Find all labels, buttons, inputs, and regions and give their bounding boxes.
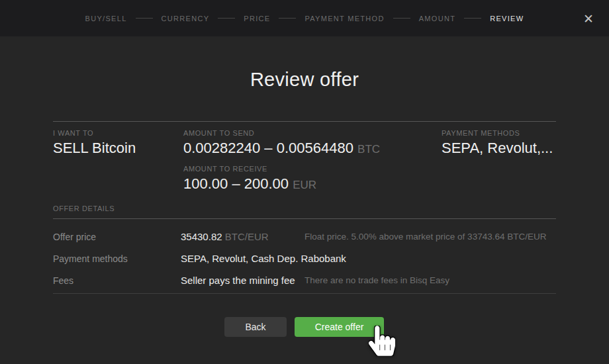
- step-payment-method[interactable]: PAYMENT METHOD: [304, 15, 384, 23]
- i-want-to-label: I WANT TO: [53, 129, 183, 137]
- offer-price-description: Float price. 5.00% above market price of…: [304, 232, 556, 242]
- fees-label: Fees: [53, 275, 181, 286]
- amount-to-send-number: 0.00282240 – 0.00564480: [183, 140, 353, 156]
- payment-methods-label: PAYMENT METHODS: [442, 129, 556, 137]
- i-want-to-group: I WANT TO SELL Bitcoin: [53, 122, 183, 157]
- wizard-topbar: BUY/SELL CURRENCY PRICE PAYMENT METHOD A…: [0, 0, 609, 36]
- step-price[interactable]: PRICE: [244, 15, 270, 23]
- fees-description: There are no trade fees in Bisq Easy: [304, 275, 556, 285]
- step-separator: [464, 18, 481, 19]
- offer-details-heading: OFFER DETAILS: [53, 205, 115, 212]
- back-button[interactable]: Back: [224, 317, 287, 337]
- offer-price-number: 35430.82: [181, 231, 222, 242]
- column-direction: I WANT TO SELL Bitcoin: [53, 122, 183, 193]
- payment-methods-value: SEPA, Revolut,...: [442, 140, 556, 157]
- amount-to-receive-label: AMOUNT TO RECEIVE: [183, 165, 442, 173]
- payment-methods-row-label: Payment methods: [53, 253, 181, 264]
- offer-price-value: 35430.82 BTC/EUR: [181, 231, 304, 242]
- page-title: Review offer: [0, 69, 609, 91]
- offer-overview: I WANT TO SELL Bitcoin AMOUNT TO SEND 0.…: [53, 121, 556, 193]
- bottom-divider: [53, 293, 556, 294]
- step-review[interactable]: REVIEW: [490, 15, 524, 23]
- detail-row-offer-price: Offer price 35430.82 BTC/EUR Float price…: [53, 226, 556, 248]
- amount-to-receive-group: AMOUNT TO RECEIVE 100.00 – 200.00 EUR: [183, 157, 442, 193]
- step-separator: [393, 18, 410, 19]
- offer-price-unit: BTC/EUR: [222, 231, 269, 242]
- amount-to-receive-number: 100.00 – 200.00: [183, 175, 289, 192]
- detail-row-payment-methods: Payment methods SEPA, Revolut, Cash Dep.…: [53, 248, 556, 269]
- step-separator: [136, 18, 153, 19]
- payment-methods-row-value: SEPA, Revolut, Cash Dep. Rabobank: [181, 253, 304, 264]
- i-want-to-value: SELL Bitcoin: [53, 140, 183, 157]
- create-offer-button[interactable]: Create offer: [295, 317, 384, 337]
- amount-to-send-value: 0.00282240 – 0.00564480 BTC: [183, 140, 442, 157]
- amount-to-send-unit: BTC: [357, 143, 380, 156]
- amount-to-receive-unit: EUR: [293, 179, 316, 191]
- close-icon[interactable]: ✕: [577, 7, 600, 30]
- detail-row-fees: Fees Seller pays the mining fee There ar…: [53, 269, 556, 291]
- payment-methods-group: PAYMENT METHODS SEPA, Revolut,...: [442, 122, 556, 157]
- offer-price-label: Offer price: [53, 232, 181, 242]
- amount-to-receive-value: 100.00 – 200.00 EUR: [183, 175, 442, 193]
- column-amounts: AMOUNT TO SEND 0.00282240 – 0.00564480 B…: [183, 122, 442, 193]
- wizard-stepper: BUY/SELL CURRENCY PRICE PAYMENT METHOD A…: [85, 15, 524, 23]
- step-amount[interactable]: AMOUNT: [419, 15, 455, 23]
- amount-to-send-group: AMOUNT TO SEND 0.00282240 – 0.00564480 B…: [183, 122, 442, 157]
- fees-value: Seller pays the mining fee: [181, 275, 304, 286]
- step-separator: [279, 18, 296, 19]
- amount-to-send-label: AMOUNT TO SEND: [183, 129, 442, 137]
- step-buy-sell[interactable]: BUY/SELL: [85, 15, 127, 23]
- column-payment-methods: PAYMENT METHODS SEPA, Revolut,...: [442, 122, 556, 193]
- step-currency[interactable]: CURRENCY: [162, 15, 210, 23]
- step-separator: [218, 18, 235, 19]
- offer-details-table: Offer price 35430.82 BTC/EUR Float price…: [53, 218, 556, 291]
